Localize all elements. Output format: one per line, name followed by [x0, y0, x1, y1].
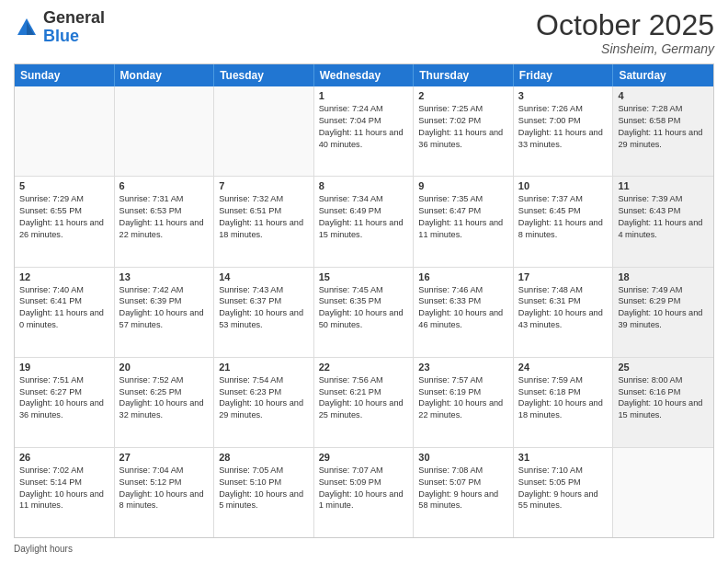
daylight-text: Daylight: 11 hours and 11 minutes.	[418, 217, 508, 241]
sunset-text: Sunset: 5:07 PM	[418, 477, 508, 488]
calendar-day-header: Sunday	[15, 64, 115, 86]
sunset-text: Sunset: 6:18 PM	[518, 386, 609, 398]
sunset-text: Sunset: 6:33 PM	[418, 295, 508, 307]
sunrise-text: Sunrise: 7:28 AM	[618, 103, 709, 115]
daylight-text: Daylight: 10 hours and 29 minutes.	[219, 397, 309, 421]
sunset-text: Sunset: 6:23 PM	[219, 386, 309, 398]
day-number: 7	[219, 180, 309, 191]
sunset-text: Sunset: 6:41 PM	[19, 295, 109, 307]
sunrise-text: Sunrise: 7:07 AM	[319, 465, 409, 477]
daylight-text: Daylight: 11 hours and 26 minutes.	[19, 217, 109, 241]
sunrise-text: Sunrise: 7:31 AM	[119, 193, 210, 205]
sunrise-text: Sunrise: 7:04 AM	[119, 465, 210, 477]
daylight-text: Daylight: 10 hours and 8 minutes.	[119, 488, 210, 512]
day-number: 26	[19, 452, 109, 463]
sunset-text: Sunset: 6:35 PM	[319, 295, 409, 307]
daylight-text: Daylight: 10 hours and 46 minutes.	[418, 307, 508, 331]
day-number: 6	[119, 180, 210, 191]
calendar-cell: 25Sunrise: 8:00 AMSunset: 6:16 PMDayligh…	[613, 358, 713, 447]
sunset-text: Sunset: 5:12 PM	[119, 477, 210, 488]
day-number: 1	[319, 90, 409, 101]
day-number: 25	[618, 362, 709, 373]
calendar-cell: 26Sunrise: 7:02 AMSunset: 5:14 PMDayligh…	[15, 448, 115, 537]
sunrise-text: Sunrise: 7:35 AM	[418, 193, 508, 205]
calendar-cell: 29Sunrise: 7:07 AMSunset: 5:09 PMDayligh…	[314, 448, 415, 537]
daylight-text: Daylight: 10 hours and 11 minutes.	[19, 488, 109, 512]
sunrise-text: Sunrise: 7:49 AM	[618, 284, 709, 296]
sunrise-text: Sunrise: 7:26 AM	[518, 103, 609, 115]
calendar-cell: 20Sunrise: 7:52 AMSunset: 6:25 PMDayligh…	[115, 358, 215, 447]
day-number: 14	[219, 271, 309, 282]
sunset-text: Sunset: 7:04 PM	[319, 115, 409, 127]
daylight-text: Daylight: 10 hours and 32 minutes.	[119, 397, 210, 421]
daylight-text: Daylight: 10 hours and 18 minutes.	[518, 397, 609, 421]
calendar-cell: 5Sunrise: 7:29 AMSunset: 6:55 PMDaylight…	[15, 177, 115, 266]
logo: General Blue	[14, 9, 105, 46]
day-number: 29	[319, 452, 409, 463]
calendar-cell: 3Sunrise: 7:26 AMSunset: 7:00 PMDaylight…	[514, 86, 614, 176]
calendar-cell	[214, 86, 314, 176]
calendar-week-row: 12Sunrise: 7:40 AMSunset: 6:41 PMDayligh…	[15, 268, 713, 358]
sunrise-text: Sunrise: 7:48 AM	[518, 284, 609, 296]
sunrise-text: Sunrise: 7:43 AM	[219, 284, 309, 296]
calendar-cell: 9Sunrise: 7:35 AMSunset: 6:47 PMDaylight…	[414, 177, 514, 266]
daylight-text: Daylight: 11 hours and 15 minutes.	[319, 217, 409, 241]
day-number: 15	[319, 271, 409, 282]
calendar-cell: 18Sunrise: 7:49 AMSunset: 6:29 PMDayligh…	[613, 268, 713, 357]
sunrise-text: Sunrise: 7:56 AM	[319, 374, 409, 386]
calendar-cell: 22Sunrise: 7:56 AMSunset: 6:21 PMDayligh…	[314, 358, 415, 447]
calendar-week-row: 1Sunrise: 7:24 AMSunset: 7:04 PMDaylight…	[15, 86, 713, 177]
sunrise-text: Sunrise: 7:05 AM	[219, 465, 309, 477]
sunset-text: Sunset: 5:05 PM	[518, 477, 609, 488]
sunrise-text: Sunrise: 7:45 AM	[319, 284, 409, 296]
day-number: 8	[319, 180, 409, 191]
calendar-cell: 7Sunrise: 7:32 AMSunset: 6:51 PMDaylight…	[214, 177, 314, 266]
sunrise-text: Sunrise: 7:42 AM	[119, 284, 210, 296]
calendar-cell: 27Sunrise: 7:04 AMSunset: 5:12 PMDayligh…	[115, 448, 215, 537]
sunset-text: Sunset: 6:47 PM	[418, 205, 508, 217]
sunset-text: Sunset: 7:02 PM	[418, 115, 508, 127]
calendar-header-row: SundayMondayTuesdayWednesdayThursdayFrid…	[15, 64, 713, 86]
sunset-text: Sunset: 6:51 PM	[219, 205, 309, 217]
day-number: 17	[518, 271, 609, 282]
daylight-text: Daylight: 10 hours and 50 minutes.	[319, 307, 409, 331]
sunset-text: Sunset: 6:16 PM	[618, 386, 709, 398]
sunset-text: Sunset: 7:00 PM	[518, 115, 609, 127]
calendar-cell: 23Sunrise: 7:57 AMSunset: 6:19 PMDayligh…	[414, 358, 514, 447]
sunrise-text: Sunrise: 7:37 AM	[518, 193, 609, 205]
sunset-text: Sunset: 6:55 PM	[19, 205, 109, 217]
calendar-cell: 24Sunrise: 7:59 AMSunset: 6:18 PMDayligh…	[514, 358, 614, 447]
calendar-day-header: Thursday	[414, 64, 514, 86]
day-number: 31	[518, 452, 609, 463]
daylight-text: Daylight: 10 hours and 25 minutes.	[319, 397, 409, 421]
day-number: 9	[418, 180, 508, 191]
calendar-cell: 6Sunrise: 7:31 AMSunset: 6:53 PMDaylight…	[115, 177, 215, 266]
calendar-cell: 31Sunrise: 7:10 AMSunset: 5:05 PMDayligh…	[514, 448, 614, 537]
daylight-text: Daylight: 10 hours and 5 minutes.	[219, 488, 309, 512]
calendar-cell	[15, 86, 115, 176]
day-number: 12	[19, 271, 109, 282]
calendar-cell: 11Sunrise: 7:39 AMSunset: 6:43 PMDayligh…	[613, 177, 713, 266]
day-number: 16	[418, 271, 508, 282]
sunset-text: Sunset: 6:45 PM	[518, 205, 609, 217]
page: General Blue October 2025 Sinsheim, Germ…	[0, 0, 728, 563]
calendar-cell: 8Sunrise: 7:34 AMSunset: 6:49 PMDaylight…	[314, 177, 415, 266]
calendar-cell: 17Sunrise: 7:48 AMSunset: 6:31 PMDayligh…	[514, 268, 614, 357]
sunrise-text: Sunrise: 7:24 AM	[319, 103, 409, 115]
calendar: SundayMondayTuesdayWednesdayThursdayFrid…	[14, 63, 714, 538]
logo-general-text: General	[43, 8, 105, 27]
calendar-cell: 16Sunrise: 7:46 AMSunset: 6:33 PMDayligh…	[414, 268, 514, 357]
sunrise-text: Sunrise: 7:32 AM	[219, 193, 309, 205]
calendar-cell: 2Sunrise: 7:25 AMSunset: 7:02 PMDaylight…	[414, 86, 514, 176]
sunrise-text: Sunrise: 7:25 AM	[418, 103, 508, 115]
day-number: 30	[418, 452, 508, 463]
day-number: 10	[518, 180, 609, 191]
day-number: 5	[19, 180, 109, 191]
calendar-week-row: 5Sunrise: 7:29 AMSunset: 6:55 PMDaylight…	[15, 177, 713, 267]
sunset-text: Sunset: 6:49 PM	[319, 205, 409, 217]
daylight-text: Daylight: 11 hours and 36 minutes.	[418, 127, 508, 151]
daylight-text: Daylight: 11 hours and 4 minutes.	[618, 217, 709, 241]
calendar-cell: 30Sunrise: 7:08 AMSunset: 5:07 PMDayligh…	[414, 448, 514, 537]
calendar-week-row: 19Sunrise: 7:51 AMSunset: 6:27 PMDayligh…	[15, 358, 713, 448]
footer-text: Daylight hours	[14, 544, 73, 554]
